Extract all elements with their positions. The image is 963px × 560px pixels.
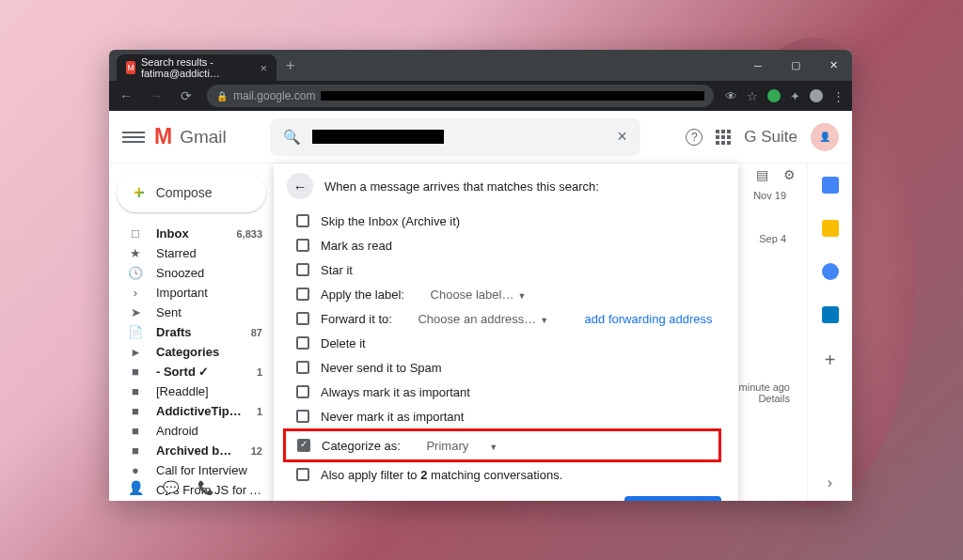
url-text: mail.google.com [233,89,315,102]
forward-checkbox[interactable] [296,312,309,325]
hangouts-footer: 👤 💬 📞 [109,474,274,501]
maximize-button[interactable]: ▢ [777,52,814,80]
also-apply-checkbox[interactable] [296,468,309,481]
split-pane-icon[interactable]: ▤ [756,167,768,182]
apply-label-checkbox[interactable] [296,288,309,301]
activity-time: 1 minute ago [730,381,790,393]
account-avatar[interactable]: 👤 [811,123,839,151]
mark-read-checkbox[interactable] [296,239,309,252]
never-spam-checkbox[interactable] [296,361,309,374]
sidebar-item-9[interactable]: ■AddictiveTips: Wi…1 [109,401,274,421]
gmail-header: M Gmail 🔍 × ? G Suite 👤 [109,111,852,163]
always-important-checkbox[interactable] [296,385,309,398]
gmail-logo[interactable]: M Gmail [154,124,227,149]
close-tab-icon[interactable]: × [260,61,267,75]
sidebar-item-11[interactable]: ■Archived by Mail…12 [109,441,274,460]
main-menu-icon[interactable] [122,132,145,143]
back-button[interactable]: ← [117,88,135,103]
main-content: ▤ ⚙ Nov 19 Sep 4 1 minute ago Details ← … [274,163,807,501]
close-window-button[interactable]: ✕ [814,52,852,80]
sidebar-item-7[interactable]: ■- Sortd ✓1 [109,362,274,381]
compose-plus-icon: + [134,182,145,204]
left-sidebar: + Compose □Inbox6,833★Starred🕓Snoozed›Im… [109,163,274,501]
forward-dropdown[interactable]: Choose an address…▼ [418,312,548,326]
filter-dialog: ← When a message arrives that matches th… [274,163,738,501]
browser-titlebar: M Search results - fatima@addicti… × + ─… [109,50,852,81]
apps-grid-icon[interactable] [716,130,731,145]
delete-checkbox[interactable] [296,336,309,350]
gmail-favicon: M [126,61,135,74]
categorize-dropdown[interactable]: Primary ▼ [426,439,497,453]
calendar-icon[interactable] [822,177,839,194]
add-addon-button[interactable]: + [825,350,836,371]
extensions-icon[interactable]: ✦ [790,89,800,103]
new-tab-button[interactable]: + [286,57,294,74]
redacted-url [321,91,704,101]
settings-icon[interactable]: ⚙ [783,167,796,182]
search-query-redacted [312,130,444,144]
tasks-icon[interactable] [822,263,839,280]
reload-button[interactable]: ⟳ [177,88,196,103]
collapse-panel-icon[interactable]: › [828,474,832,491]
skip-inbox-checkbox[interactable] [296,214,309,227]
tab-title: Search results - fatima@addicti… [141,56,250,79]
right-side-panel: + › [807,163,852,501]
help-icon[interactable]: ? [686,129,703,146]
keep-icon[interactable] [822,220,839,237]
create-filter-button[interactable]: Create filter [624,496,721,501]
lock-icon: 🔒 [216,91,228,101]
sidebar-item-8[interactable]: ■[Readdle] [109,381,274,401]
url-field[interactable]: 🔒 mail.google.com [207,85,714,107]
browser-menu-icon[interactable]: ⋮ [832,89,845,103]
sidebar-item-5[interactable]: 📄Drafts87 [109,322,274,342]
search-icon: 🔍 [283,129,301,146]
mail-date-1: Nov 19 [753,190,786,201]
search-input[interactable]: 🔍 × [270,118,640,156]
profile-icon[interactable] [810,89,823,102]
sidebar-item-1[interactable]: ★Starred [109,243,274,263]
star-icon[interactable]: ☆ [747,89,758,103]
details-link[interactable]: Details [730,393,790,404]
browser-window: M Search results - fatima@addicti… × + ─… [109,50,852,501]
contacts-icon[interactable]: 👤 [128,480,144,495]
minimize-button[interactable]: ─ [739,52,777,80]
extension-green-icon[interactable] [767,89,781,102]
address-bar: ← → ⟳ 🔒 mail.google.com 👁 ☆ ✦ ⋮ [109,81,852,111]
eye-icon[interactable]: 👁 [725,89,737,103]
compose-button[interactable]: + Compose [117,173,266,212]
sidebar-item-6[interactable]: ▸Categories [109,342,274,362]
browser-tab[interactable]: M Search results - fatima@addicti… × [117,54,276,81]
mail-date-2: Sep 4 [753,233,786,244]
label-dropdown[interactable]: Choose label…▼ [431,288,527,302]
clear-search-icon[interactable]: × [617,127,627,147]
highlighted-option: Categorize as: Primary ▼ [283,428,721,462]
sidebar-item-4[interactable]: ➤Sent [109,303,274,322]
add-forwarding-link[interactable]: add forwarding address [585,312,713,326]
phone-icon[interactable]: 📞 [197,480,213,495]
sidebar-item-3[interactable]: ›Important [109,283,274,303]
gsuite-logo: G Suite [744,128,797,147]
sidebar-item-0[interactable]: □Inbox6,833 [109,224,274,243]
sidebar-item-10[interactable]: ■Android [109,421,274,441]
filter-back-button[interactable]: ← [287,173,313,199]
forward-button[interactable]: → [147,88,166,103]
categorize-checkbox[interactable] [297,439,310,452]
hangouts-icon[interactable]: 💬 [163,480,179,495]
trello-icon[interactable] [822,306,839,323]
star-checkbox[interactable] [296,263,309,276]
never-important-checkbox[interactable] [296,410,309,423]
filter-header-text: When a message arrives that matches this… [324,179,599,194]
sidebar-item-2[interactable]: 🕓Snoozed [109,263,274,283]
